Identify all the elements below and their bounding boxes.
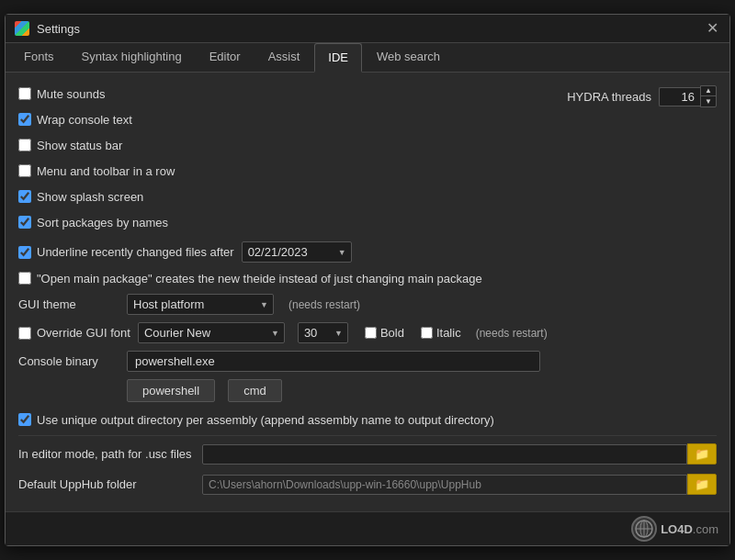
logo-text: LO4D.com xyxy=(661,522,718,536)
override-font-row: Override GUI font Courier New Arial Cons… xyxy=(18,322,717,343)
hydra-spin-down[interactable]: ▼ xyxy=(701,96,716,106)
font-note: (needs restart) xyxy=(476,327,548,340)
editor-path-input[interactable] xyxy=(202,444,687,465)
sort-packages-row: Sort packages by names xyxy=(18,212,175,232)
underline-date-wrapper[interactable] xyxy=(242,241,352,263)
upphub-path-input[interactable] xyxy=(202,475,687,495)
bold-checkbox[interactable] xyxy=(365,327,377,339)
splash-screen-label[interactable]: Show splash screen xyxy=(18,190,143,204)
hydra-spin-buttons: ▲ ▼ xyxy=(700,85,717,107)
tab-bar: Fonts Syntax highlighting Editor Assist … xyxy=(6,43,729,73)
close-button[interactable]: ✕ xyxy=(704,20,720,37)
gui-theme-select-wrapper[interactable]: Host platform Dark Light xyxy=(127,294,274,315)
title-bar-left: Settings xyxy=(15,21,80,36)
tab-editor[interactable]: Editor xyxy=(197,43,254,73)
footer: LO4D.com xyxy=(6,511,729,545)
console-binary-input[interactable] xyxy=(127,351,540,372)
wrap-console-row: Wrap console text xyxy=(18,109,175,129)
underline-row: Underline recently changed files after xyxy=(18,241,717,263)
underline-checkbox[interactable] xyxy=(18,246,31,259)
unique-output-row: Use unique output directory per assembly… xyxy=(18,409,717,430)
menu-toolbar-row: Menu and toolbar in a row xyxy=(18,161,175,181)
splash-screen-checkbox[interactable] xyxy=(18,190,31,203)
console-binary-row: Console binary xyxy=(18,351,717,372)
underline-label[interactable]: Underline recently changed files after xyxy=(18,245,234,259)
app-icon xyxy=(15,21,29,36)
upphub-folder-label: Default UppHub folder xyxy=(18,477,202,491)
title-bar: Settings ✕ xyxy=(6,15,729,43)
bold-label[interactable]: Bold xyxy=(365,326,404,340)
gui-theme-row: GUI theme Host platform Dark Light (need… xyxy=(18,294,717,315)
globe-svg xyxy=(635,520,653,538)
font-select[interactable]: Courier New Arial Consolas xyxy=(138,322,285,343)
gui-theme-label: GUI theme xyxy=(18,297,119,311)
menu-toolbar-checkbox[interactable] xyxy=(18,164,31,177)
font-size-select-wrapper[interactable]: 30 24 28 32 xyxy=(298,322,348,343)
cmd-button[interactable]: cmd xyxy=(228,379,282,402)
settings-window: Settings ✕ Fonts Syntax highlighting Edi… xyxy=(5,14,730,546)
gui-theme-note: (needs restart) xyxy=(288,298,360,311)
override-font-label[interactable]: Override GUI font xyxy=(18,326,130,340)
mute-sounds-checkbox[interactable] xyxy=(18,87,31,100)
editor-path-folder-button[interactable]: 📁 xyxy=(687,443,717,465)
open-main-checkbox[interactable] xyxy=(18,272,31,285)
hydra-spin-up[interactable]: ▲ xyxy=(701,86,716,96)
editor-path-row: In editor mode, path for .usc files 📁 xyxy=(18,435,717,465)
editor-path-label: In editor mode, path for .usc files xyxy=(18,447,202,461)
hydra-threads-section: HYDRA threads ▲ ▼ xyxy=(567,85,717,107)
unique-output-label[interactable]: Use unique output directory per assembly… xyxy=(18,413,494,427)
checkboxes-column: Mute sounds Wrap console text Show statu… xyxy=(18,84,175,238)
open-main-row: "Open main package" creates the new thei… xyxy=(18,268,717,288)
font-select-wrapper[interactable]: Courier New Arial Consolas xyxy=(138,322,285,343)
tab-fonts[interactable]: Fonts xyxy=(11,43,67,73)
unique-output-checkbox[interactable] xyxy=(18,413,31,426)
wrap-console-checkbox[interactable] xyxy=(18,113,31,126)
italic-label[interactable]: Italic xyxy=(421,326,461,340)
font-size-select[interactable]: 30 24 28 32 xyxy=(298,322,348,343)
powershell-button[interactable]: powershell xyxy=(127,379,215,402)
tab-syntax-highlighting[interactable]: Syntax highlighting xyxy=(69,43,195,73)
tab-assist[interactable]: Assist xyxy=(255,43,313,73)
logo-globe-icon xyxy=(631,516,657,542)
hydra-threads-label: HYDRA threads xyxy=(567,90,651,104)
underline-date-input[interactable] xyxy=(242,241,352,263)
hydra-threads-input[interactable] xyxy=(659,87,700,106)
hydra-threads-input-wrapper: ▲ ▼ xyxy=(659,85,717,107)
show-status-checkbox[interactable] xyxy=(18,139,31,151)
gui-theme-select[interactable]: Host platform Dark Light xyxy=(127,294,274,315)
mute-sounds-row: Mute sounds xyxy=(18,84,175,104)
content-area: Mute sounds Wrap console text Show statu… xyxy=(6,73,729,511)
tab-ide[interactable]: IDE xyxy=(314,43,362,73)
window-title: Settings xyxy=(37,22,80,36)
sort-packages-label[interactable]: Sort packages by names xyxy=(18,216,168,230)
splash-screen-row: Show splash screen xyxy=(18,186,175,207)
sort-packages-checkbox[interactable] xyxy=(18,216,31,229)
wrap-console-label[interactable]: Wrap console text xyxy=(18,113,132,127)
upphub-folder-button[interactable]: 📁 xyxy=(687,474,717,495)
show-status-row: Show status bar xyxy=(18,135,175,155)
override-font-checkbox[interactable] xyxy=(18,327,31,340)
tab-web-search[interactable]: Web search xyxy=(364,43,453,73)
show-status-label[interactable]: Show status bar xyxy=(18,139,122,152)
console-buttons-row: powershell cmd xyxy=(18,379,717,402)
italic-checkbox[interactable] xyxy=(421,327,433,339)
mute-sounds-label[interactable]: Mute sounds xyxy=(18,87,105,101)
upphub-folder-row: Default UppHub folder 📁 xyxy=(18,470,717,495)
open-main-label[interactable]: "Open main package" creates the new thei… xyxy=(18,272,482,286)
console-binary-label: Console binary xyxy=(18,354,119,368)
menu-toolbar-label[interactable]: Menu and toolbar in a row xyxy=(18,164,175,178)
